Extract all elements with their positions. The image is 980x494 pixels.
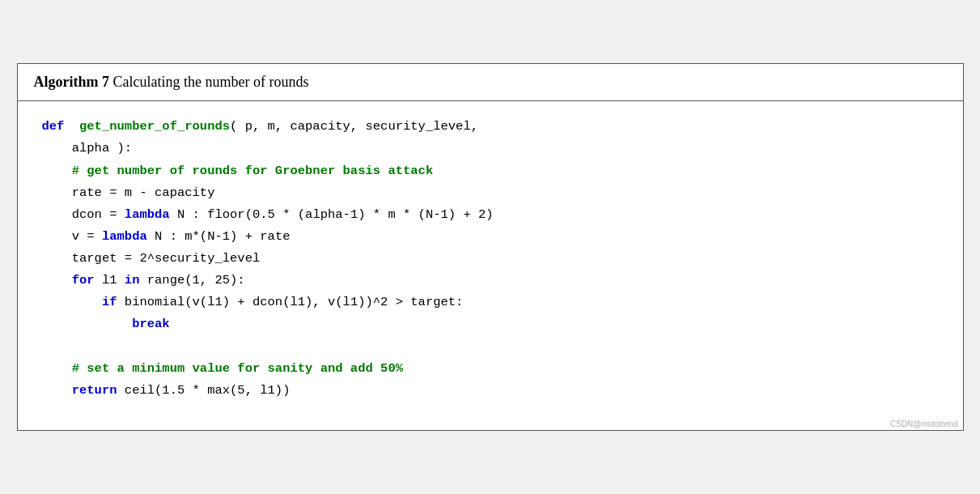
code-line-13: return ceil(1.5 * max(5, l1))	[42, 380, 939, 402]
algorithm-body: def get_number_of_rounds( p, m, capacity…	[18, 101, 963, 418]
code-line-11	[42, 336, 939, 358]
code-line-4: rate = m - capacity	[42, 182, 939, 204]
code-line-5: dcon = lambda N : floor(0.5 * (alpha-1) …	[42, 204, 939, 226]
code-line-7: target = 2^security_level	[42, 248, 939, 270]
algorithm-title: Calculating the number of rounds	[113, 74, 309, 90]
code-line-2: alpha ):	[42, 138, 939, 160]
watermark: CSDN@mototrend	[18, 418, 963, 430]
algorithm-container: Algorithm 7 Calculating the number of ro…	[17, 63, 964, 431]
code-line-12: # set a minimum value for sanity and add…	[42, 358, 939, 380]
code-line-6: v = lambda N : m*(N-1) + rate	[42, 226, 939, 248]
algorithm-header: Algorithm 7 Calculating the number of ro…	[18, 64, 963, 101]
code-line-10: break	[42, 313, 939, 335]
code-line-3: # get number of rounds for Groebner basi…	[42, 160, 939, 182]
code-line-1: def get_number_of_rounds( p, m, capacity…	[42, 116, 939, 138]
algorithm-label: Algorithm 7	[34, 74, 110, 90]
code-line-8: for l1 in range(1, 25):	[42, 270, 939, 292]
code-line-9: if binomial(v(l1) + dcon(l1), v(l1))^2 >…	[42, 292, 939, 313]
